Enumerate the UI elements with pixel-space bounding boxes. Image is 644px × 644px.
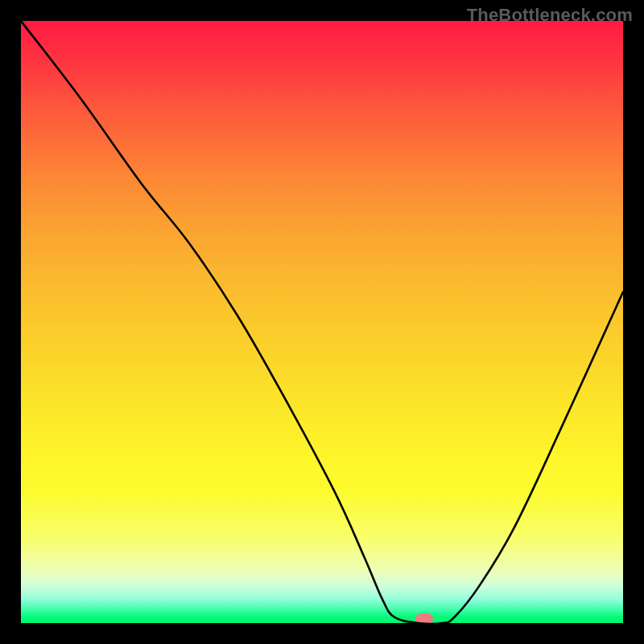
bottleneck-curve — [21, 21, 623, 623]
chart-container: TheBottleneck.com — [0, 0, 644, 644]
plot-area — [21, 21, 623, 623]
attribution-text: TheBottleneck.com — [467, 5, 633, 26]
